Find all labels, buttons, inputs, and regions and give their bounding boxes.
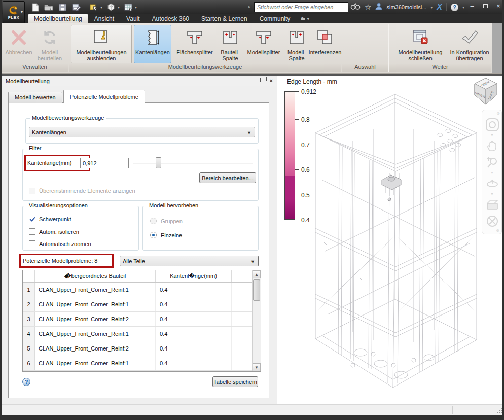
table-row[interactable]: 2CLAN_Upper_Front_Corner_Reinf:10.4	[23, 297, 261, 312]
favorites-star-icon[interactable]: ☆	[365, 3, 371, 12]
tab-starten-lernen[interactable]: Starten & Lernen	[195, 14, 254, 23]
parent-part-header[interactable]: ◆�bergeordnetes Bauteil	[35, 270, 156, 282]
tab-ansicht[interactable]: Ansicht	[88, 14, 120, 23]
search-binoculars-icon[interactable]	[350, 3, 361, 12]
parts-filter-select[interactable]: Alle Teile ▼	[120, 256, 259, 266]
bauteil-spalte-button[interactable]: Bauteil-Spalte	[218, 25, 242, 62]
chevron-down-icon[interactable]: ▾	[118, 5, 120, 10]
solid-cube-tool-icon[interactable]	[106, 3, 116, 12]
edge-length-slider-track[interactable]	[133, 163, 253, 164]
table-cell: 0.4	[156, 312, 232, 326]
navigation-wheel-icon[interactable]	[486, 118, 499, 131]
abbrechen-button[interactable]: Abbrechen	[5, 25, 33, 56]
pan-hand-icon[interactable]	[486, 139, 499, 153]
select-volume-tool-icon[interactable]	[89, 3, 99, 12]
modellsplitter-button[interactable]: Modellsplitter	[244, 25, 283, 56]
search-input[interactable]	[254, 2, 348, 12]
problems-count-label: Potenzielle Modellprobleme: 8	[23, 258, 97, 264]
gruppen-radio[interactable]	[150, 218, 157, 224]
scroll-down-icon[interactable]: ▼	[253, 363, 261, 371]
minimize-button[interactable]: –	[468, 3, 476, 10]
kantenlaengen-button[interactable]: Kantenlängen	[134, 25, 171, 63]
einzelne-radio[interactable]	[150, 232, 157, 238]
user-avatar-icon[interactable]	[375, 3, 382, 12]
tab-community[interactable]: Community	[254, 14, 297, 23]
visual-options-groupbox: Visualisierungsoptionen Schwerpunkt Auto…	[22, 206, 139, 251]
zoom-icon[interactable]	[486, 156, 499, 169]
account-dropdown-icon[interactable]: ▾	[430, 5, 433, 10]
viewport-3d[interactable]: Edge Length - mm 0.9120.80.70.60.50.4	[277, 76, 504, 404]
matching-elements-checkbox[interactable]	[29, 188, 35, 194]
autom-isolieren-checkbox[interactable]	[29, 228, 35, 235]
save-icon[interactable]	[57, 3, 67, 12]
modellbeurteilungen-ausblenden-button[interactable]: Modellbeurteilungen ausblenden	[71, 25, 132, 63]
view-cube[interactable]: OBEN HINTEN LINKS	[473, 77, 499, 106]
resize-grip[interactable]	[497, 407, 503, 413]
edge-length-header[interactable]: Kantenl�nge(mm)	[156, 270, 232, 282]
table-row[interactable]: 4CLAN_Upper_Front_Corner_Reinf:10.4	[23, 327, 261, 341]
face-splitter-icon	[185, 27, 205, 48]
new-file-icon[interactable]	[30, 3, 40, 12]
orbit-icon[interactable]	[486, 177, 499, 190]
tab-autodesk-360[interactable]: Autodesk 360	[146, 14, 195, 23]
automatisch-zoomen-checkbox[interactable]	[29, 240, 35, 247]
full-navigation-icon[interactable]	[486, 215, 499, 228]
toolbar-expand-arrow-icon[interactable]: ▸	[248, 4, 251, 9]
panel-content: Modellbewertungswerkzeuge Kantenlängen ▼…	[8, 102, 269, 398]
group-label-auswahl: Auswahl	[342, 64, 388, 72]
help-dropdown-icon[interactable]: ▾	[462, 5, 464, 10]
toolbar-overflow-icon[interactable]: ▾	[135, 5, 137, 10]
close-button[interactable]: ×	[494, 3, 502, 10]
application-menu-button[interactable]: ▾ FLEX	[3, 1, 25, 23]
table-scrollbar[interactable]: ▲ ▼	[252, 270, 261, 371]
ribbon-right-filler	[492, 23, 504, 73]
interferenzen-button[interactable]: Interferenzen	[310, 25, 340, 56]
table-view-icon[interactable]	[123, 3, 133, 12]
float-panel-icon[interactable]	[260, 78, 265, 82]
tab-vault[interactable]: Vault	[120, 14, 146, 23]
table-row[interactable]: 3CLAN_Upper_Front_Corner_Reinf:20.4	[23, 312, 261, 327]
close-panel-icon[interactable]: ×	[270, 78, 273, 84]
edge-length-slider-thumb[interactable]	[156, 157, 161, 168]
table-row[interactable]: 6CLAN_Upper_Front_Corner_Reinf:10.4	[23, 356, 261, 371]
save-as-icon[interactable]	[71, 3, 81, 12]
table-cell: CLAN_Upper_Front_Corner_Reinf:2	[35, 341, 156, 356]
scrollbar-thumb[interactable]	[253, 279, 260, 301]
wireframe-model[interactable]	[277, 76, 504, 404]
account-name[interactable]: sim360moldlsl...	[386, 4, 426, 10]
panel-title-bar[interactable]: Modellbeurteilung ×	[3, 76, 276, 86]
help-icon[interactable]: ?	[22, 378, 30, 386]
chevron-down-icon[interactable]: ▾	[100, 5, 102, 10]
evaluation-tool-select[interactable]: Kantenlängen ▼	[29, 127, 255, 137]
restore-button[interactable]	[481, 3, 489, 10]
table-cell: CLAN_Upper_Front_Corner_Reinf:1	[35, 356, 156, 370]
media-dropdown-icon[interactable]: 🖿 ▾	[296, 14, 313, 23]
modell-spalte-button[interactable]: Modell-Spalte	[284, 25, 309, 62]
table-row[interactable]: 5CLAN_Upper_Front_Corner_Reinf:20.4	[23, 341, 261, 356]
open-file-icon[interactable]	[44, 3, 54, 12]
modellbeurteilung-schliessen-button[interactable]: Modellbeurteilung schließen	[393, 25, 447, 62]
look-at-icon[interactable]	[486, 198, 499, 212]
tabelle-speichern-button[interactable]: Tabelle speichern	[212, 376, 258, 387]
chevron-down-icon[interactable]: ▼	[490, 192, 494, 196]
row-number-header[interactable]	[23, 270, 35, 282]
tab-modell-bewerten[interactable]: Modell bewerten	[8, 92, 62, 103]
navbar-close-icon[interactable]: ⊗	[496, 111, 500, 116]
tab-modellbeurteilung[interactable]: Modellbeurteilung	[28, 14, 88, 23]
chevron-down-icon[interactable]: ▼	[490, 133, 494, 137]
navbar-minimize-icon[interactable]: ⊖	[496, 228, 499, 233]
flaechensplitter-button[interactable]: Flächensplitter	[173, 25, 217, 56]
schwerpunkt-checkbox[interactable]	[29, 216, 35, 222]
exchange-apps-icon[interactable]: X	[437, 3, 442, 12]
bereich-bearbeiten-button[interactable]: Bereich bearbeiten...	[199, 172, 256, 183]
model-splitter-icon	[254, 27, 274, 48]
table-row[interactable]: 1CLAN_Upper_Front_Corner_Reinf:10.4	[23, 283, 261, 297]
chevron-down-icon[interactable]: ▼	[490, 171, 494, 174]
scroll-up-icon[interactable]: ▲	[253, 270, 261, 278]
modell-beurteilen-button[interactable]: Modell beurteilen	[34, 25, 65, 62]
in-konfiguration-uebertragen-button[interactable]: In Konfiguration übertragen	[449, 25, 490, 62]
highlight-groupbox: Modell hervorheben Gruppen Einzelne	[142, 206, 259, 251]
edge-length-input[interactable]: 0,912	[80, 158, 129, 168]
tab-potenzielle-modellprobleme[interactable]: Potenzielle Modellprobleme	[63, 90, 145, 103]
help-icon[interactable]: ?	[451, 4, 458, 11]
